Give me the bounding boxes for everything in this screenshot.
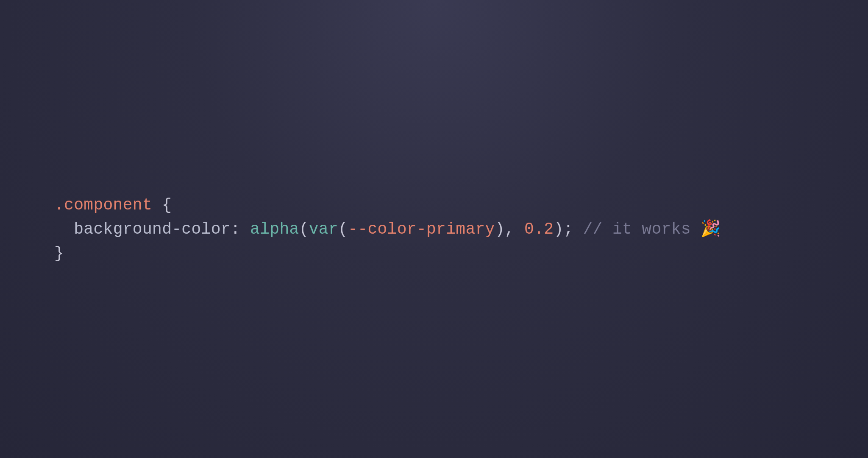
- indent: [54, 220, 74, 238]
- css-function-alpha: alpha: [250, 220, 299, 238]
- paren-close: ): [554, 220, 563, 238]
- comma: ,: [505, 220, 524, 238]
- paren-open: (: [299, 220, 309, 238]
- css-variable: --color-primary: [348, 220, 495, 238]
- code-line-2: background-color: alpha(var(--color-prim…: [54, 220, 721, 238]
- colon: :: [231, 220, 250, 238]
- comment-text: it works: [612, 220, 701, 238]
- var-paren-open: (: [338, 220, 348, 238]
- css-function-var: var: [309, 220, 338, 238]
- semicolon: ;: [563, 220, 573, 238]
- party-popper-icon: 🎉: [701, 220, 721, 238]
- var-paren-close: ): [495, 220, 505, 238]
- code-line-3: }: [54, 244, 64, 263]
- brace-close: }: [54, 244, 64, 263]
- comment-prefix: //: [583, 220, 612, 238]
- number-literal: 0.2: [524, 220, 554, 238]
- css-property: background-color: [74, 220, 231, 238]
- brace-open: {: [152, 196, 172, 214]
- code-block: .component { background-color: alpha(var…: [0, 193, 721, 265]
- css-selector: .component: [54, 196, 152, 214]
- code-line-1: .component {: [54, 196, 172, 214]
- space: [573, 220, 583, 238]
